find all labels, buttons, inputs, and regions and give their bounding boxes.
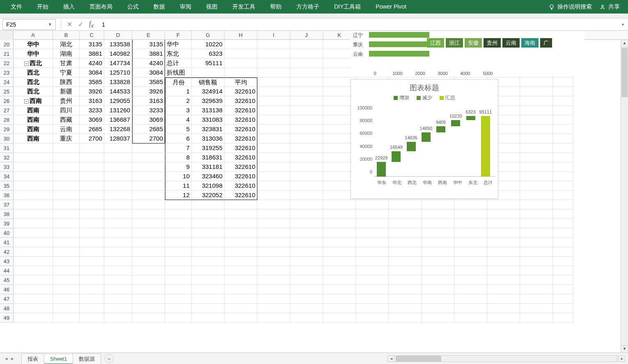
cell[interactable]: 4240 [132, 59, 165, 68]
cell[interactable] [225, 285, 257, 294]
cell[interactable]: 131260 [104, 106, 132, 115]
row-header[interactable]: 25 [0, 87, 14, 96]
cell[interactable] [553, 285, 573, 294]
cell[interactable]: 4240 [80, 59, 104, 68]
cell[interactable]: 8 [165, 153, 192, 162]
row-header[interactable]: 45 [0, 275, 14, 285]
cell[interactable] [104, 285, 132, 294]
cell[interactable] [290, 115, 323, 125]
cell[interactable] [14, 162, 53, 172]
scroll-down-icon[interactable]: ▼ [621, 345, 628, 353]
cell[interactable] [257, 134, 290, 143]
cell[interactable] [356, 285, 389, 294]
cell[interactable] [80, 181, 104, 191]
cell[interactable] [389, 219, 422, 228]
select-all-corner[interactable] [0, 31, 14, 40]
cell[interactable] [104, 200, 132, 209]
cell[interactable] [553, 134, 573, 143]
ribbon-tab-开发工具[interactable]: 开发工具 [225, 0, 263, 14]
cell[interactable] [14, 247, 53, 257]
cell[interactable] [104, 228, 132, 238]
cell[interactable] [53, 200, 80, 209]
cell[interactable] [165, 247, 192, 257]
ribbon-tab-审阅[interactable]: 审阅 [172, 0, 199, 14]
cell[interactable] [14, 228, 53, 238]
cell[interactable] [520, 304, 553, 313]
cell[interactable] [257, 59, 290, 68]
cell[interactable] [323, 219, 356, 228]
cell[interactable] [290, 134, 323, 143]
cell[interactable] [290, 181, 323, 191]
slicer-chip[interactable]: 广 [540, 38, 552, 48]
cell[interactable]: 2 [165, 96, 192, 106]
cell[interactable]: 322610 [225, 115, 257, 125]
cell[interactable] [422, 247, 454, 257]
col-header-A[interactable]: A [14, 31, 53, 39]
cell[interactable]: 9 [165, 162, 192, 172]
cell[interactable] [192, 275, 225, 285]
cell[interactable] [553, 172, 573, 181]
cell[interactable] [422, 209, 454, 219]
cell[interactable] [225, 257, 257, 266]
col-header-H[interactable]: H [225, 31, 257, 39]
sheet-tab-Sheet1[interactable]: Sheet1 [44, 354, 73, 364]
cell[interactable] [454, 219, 487, 228]
cell[interactable] [104, 304, 132, 313]
name-box[interactable]: F25 ▼ [2, 19, 56, 30]
cell[interactable]: 3069 [80, 115, 104, 125]
cell[interactable] [422, 228, 454, 238]
cell[interactable] [389, 275, 422, 285]
cell[interactable] [225, 200, 257, 209]
cell[interactable] [520, 172, 553, 181]
ribbon-tab-开始[interactable]: 开始 [30, 0, 56, 14]
cell[interactable]: 6 [165, 134, 192, 143]
sheet-tab-数据源[interactable]: 数据源 [73, 353, 101, 364]
cell[interactable] [80, 247, 104, 257]
cell[interactable] [454, 257, 487, 266]
cell[interactable]: 3585 [80, 77, 104, 87]
row-header[interactable]: 46 [0, 285, 14, 294]
cell[interactable] [553, 257, 573, 266]
cell[interactable]: 西藏 [53, 115, 80, 125]
cell[interactable] [553, 96, 573, 106]
cell[interactable] [132, 285, 165, 294]
cell[interactable] [53, 219, 80, 228]
cell[interactable] [165, 200, 192, 209]
hscroll-thumb[interactable] [396, 356, 441, 362]
cell[interactable]: 月份 [165, 77, 192, 87]
cell[interactable] [257, 77, 290, 87]
cell[interactable]: 3881 [80, 49, 104, 59]
cell[interactable]: 总计 [165, 59, 192, 68]
cell[interactable] [290, 77, 323, 87]
cell[interactable] [257, 228, 290, 238]
cell[interactable]: 323831 [192, 125, 225, 134]
cell[interactable]: 宁夏 [53, 68, 80, 77]
cell[interactable] [14, 285, 53, 294]
cell[interactable]: 331181 [192, 162, 225, 172]
cell[interactable]: 甘肃 [53, 59, 80, 68]
cell[interactable] [520, 209, 553, 219]
cell[interactable] [192, 257, 225, 266]
cell[interactable] [80, 143, 104, 153]
cell[interactable] [520, 200, 553, 209]
cell[interactable] [132, 153, 165, 162]
cell[interactable] [323, 228, 356, 238]
cell[interactable] [14, 181, 53, 191]
cell[interactable]: 125710 [104, 68, 132, 77]
cell[interactable] [53, 304, 80, 313]
cell[interactable] [389, 209, 422, 219]
cell[interactable] [290, 143, 323, 153]
cell[interactable] [356, 266, 389, 275]
ribbon-tab-插入[interactable]: 插入 [56, 0, 82, 14]
row-header[interactable]: 37 [0, 200, 14, 209]
cell[interactable] [290, 40, 323, 49]
cell[interactable] [487, 285, 520, 294]
vertical-scrollbar[interactable]: ▲ ▼ [621, 40, 628, 353]
fx-icon[interactable]: fx [89, 20, 94, 29]
cell[interactable] [104, 191, 132, 200]
cell[interactable] [192, 313, 225, 323]
cell[interactable] [520, 77, 553, 87]
cell[interactable] [389, 294, 422, 304]
ribbon-tab-公式[interactable]: 公式 [120, 0, 146, 14]
cell[interactable] [257, 181, 290, 191]
